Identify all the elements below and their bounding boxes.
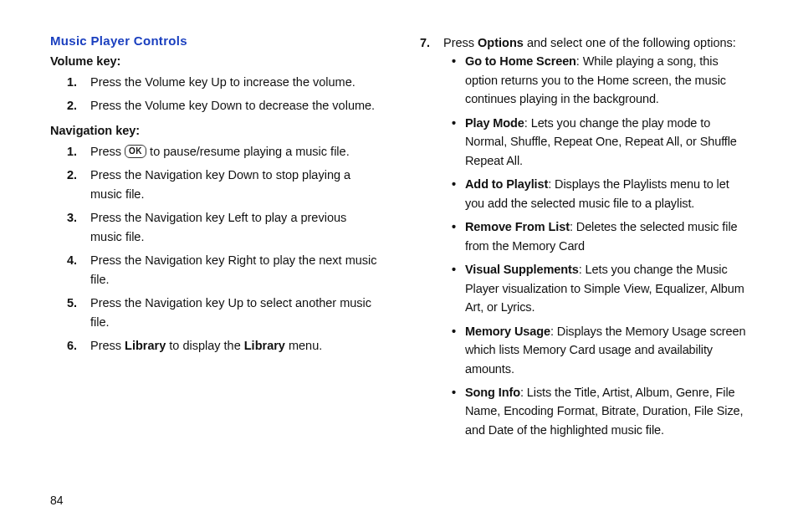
item-text: Press the Navigation key Up to select an… [90,296,371,328]
list-item: 2. Press the Navigation key Down to stop… [67,166,378,203]
bullet-item: Visual Supplements: Lets you change the … [452,260,748,316]
text-suffix: menu. [285,339,322,352]
page-number: 84 [50,494,64,507]
bold-text: Library [125,339,166,352]
bullet-item: Memory Usage: Displays the Memory Usage … [452,322,748,378]
bullet-item: Play Mode: Lets you change the play mode… [452,114,748,170]
item-text: Press Library to display the Library men… [90,339,322,352]
bullet-bold: Go to Home Screen [465,54,576,68]
item-number: 7. [420,33,430,52]
text-suffix: to pause/resume playing a music file. [146,145,350,158]
text-prefix: Press [90,339,125,352]
left-column: Music Player Controls Volume key: 1. Pre… [50,33,378,444]
item-text: Press the Navigation key Left to play a … [90,211,346,243]
item-number: 5. [67,294,77,312]
bullet-bold: Song Info [465,386,520,399]
bullet-item: Song Info: Lists the Title, Artist, Albu… [452,383,748,439]
volume-key-list: 1. Press the Volume key Up to increase t… [50,73,378,115]
item-number: 3. [67,208,77,227]
options-bullet-list: Go to Home Screen: While playing a song,… [443,52,748,439]
bullet-item: Remove From List: Deletes the selected m… [452,217,748,255]
volume-key-label: Volume key [50,54,117,68]
item-number: 2. [67,166,77,184]
bullet-bold: Visual Supplements [465,263,579,276]
item-text: Press the Volume key Up to increase the … [90,75,356,89]
right-column: 7. Press Options and select one of the f… [420,33,748,444]
bullet-item: Go to Home Screen: While playing a song,… [452,52,748,108]
bullet-bold: Remove From List [465,220,570,233]
item-text: Press OK to pause/resume playing a music… [90,145,350,158]
item-number: 4. [67,251,77,269]
item-text: Press the Navigation key Right to play t… [90,253,377,285]
bullet-bold: Play Mode [465,116,524,130]
navigation-key-heading: Navigation key: [50,124,378,137]
navigation-key-list: 1. Press OK to pause/resume playing a mu… [50,142,378,356]
volume-key-heading: Volume key: [50,54,378,68]
list-item: 2. Press the Volume key Down to decrease… [67,96,378,115]
text-mid: to display the [166,339,244,352]
item-number: 1. [67,73,77,91]
navigation-key-label: Navigation key [50,124,136,137]
bullet-item: Add to Playlist: Displays the Playlists … [452,175,748,212]
text-suffix: and select one of the following options: [524,36,736,49]
ok-icon: OK [125,145,146,158]
text-prefix: Press [90,145,125,158]
item-text: Press Options and select one of the foll… [443,36,736,49]
item-text: Press the Volume key Down to decrease th… [90,99,375,112]
list-item: 1. Press OK to pause/resume playing a mu… [67,142,378,161]
list-item: 7. Press Options and select one of the f… [420,33,748,439]
list-item: 3. Press the Navigation key Left to play… [67,208,378,246]
colon: : [136,124,140,137]
list-item: 6. Press Library to display the Library … [67,336,378,355]
list-item: 5. Press the Navigation key Up to select… [67,294,378,331]
colon: : [117,54,121,68]
text-prefix: Press [443,36,478,49]
item-number: 6. [67,336,77,355]
bullet-bold: Memory Usage [465,325,550,338]
section-heading: Music Player Controls [50,33,378,48]
item-text: Press the Navigation key Down to stop pl… [90,168,350,200]
list-item: 4. Press the Navigation key Right to pla… [67,251,378,289]
bold-text: Library [244,339,285,352]
list-item: 1. Press the Volume key Up to increase t… [67,73,378,91]
bullet-bold: Add to Playlist [465,177,548,191]
item-number: 1. [67,142,77,161]
bold-text: Options [478,36,524,49]
item-number: 2. [67,96,77,115]
